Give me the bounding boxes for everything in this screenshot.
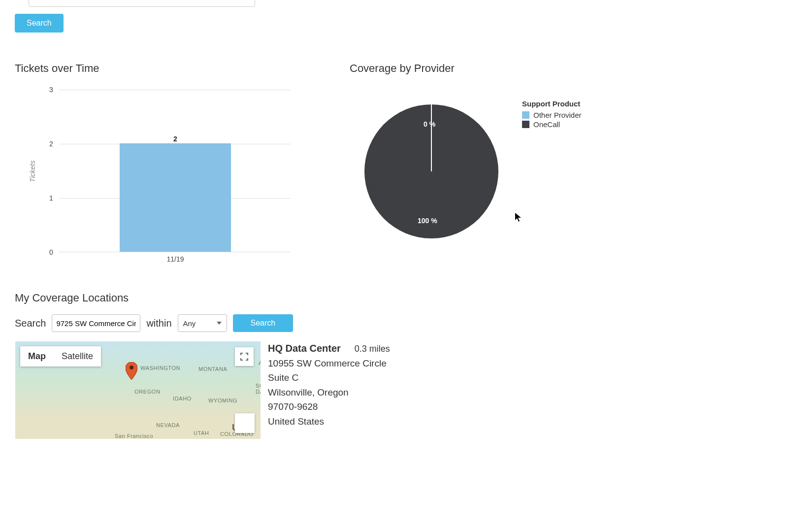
map-region-nevada: NEVADA bbox=[156, 422, 180, 428]
location-name: HQ Data Center bbox=[268, 341, 341, 356]
map-region-sf: San Francisco bbox=[115, 433, 153, 439]
top-search-button[interactable]: Search bbox=[15, 14, 64, 33]
coverage-section-title: My Coverage Locations bbox=[15, 292, 771, 304]
coverage-distance-select[interactable]: Any bbox=[178, 314, 227, 332]
map-fullscreen-button[interactable] bbox=[235, 347, 254, 366]
location-details: HQ Data Center 0.3 miles 10955 SW Commer… bbox=[268, 341, 390, 439]
location-address-line5: United States bbox=[268, 414, 390, 429]
coverage-distance-value: Any bbox=[183, 319, 196, 328]
location-address-line3: Wilsonville, Oregon bbox=[268, 385, 390, 399]
location-distance: 0.3 miles bbox=[355, 342, 390, 356]
map-zoom-button[interactable] bbox=[235, 413, 255, 433]
bar-plot-area: 2 bbox=[59, 90, 291, 252]
map-type-map-button[interactable]: Map bbox=[20, 346, 54, 366]
coverage-within-label: within bbox=[146, 318, 171, 329]
x-tick-11-19: 11/19 bbox=[166, 255, 184, 263]
pie-slice-onecall: 0 % 100 % bbox=[364, 104, 498, 238]
tickets-chart-title: Tickets over Time bbox=[15, 62, 330, 75]
legend-item-other: Other Provider bbox=[522, 111, 582, 119]
cursor-icon bbox=[515, 213, 522, 224]
map-region-da: DA bbox=[256, 389, 261, 395]
coverage-search-button[interactable]: Search bbox=[233, 314, 294, 332]
location-address-line2: Suite C bbox=[268, 370, 390, 385]
map-region-wyoming: WYOMING bbox=[208, 398, 237, 403]
pie-label-onecall: 100 % bbox=[418, 217, 437, 225]
svg-point-0 bbox=[130, 366, 133, 369]
legend-label-other: Other Provider bbox=[533, 111, 582, 119]
legend-swatch-other bbox=[522, 111, 529, 119]
legend-title: Support Product bbox=[522, 100, 582, 108]
tickets-over-time-chart: Tickets over Time Tickets 3 2 1 0 2 11/1… bbox=[15, 62, 330, 272]
pie-legend: Support Product Other Provider OneCall bbox=[522, 100, 582, 130]
fullscreen-icon bbox=[240, 353, 248, 361]
y-tick-2: 2 bbox=[49, 140, 53, 148]
map-marker-icon bbox=[126, 362, 137, 383]
y-tick-3: 3 bbox=[49, 86, 53, 94]
map-region-washington: WASHINGTON bbox=[140, 365, 180, 371]
legend-label-onecall: OneCall bbox=[533, 120, 560, 129]
map-type-satellite-button[interactable]: Satellite bbox=[54, 346, 101, 366]
y-tick-0: 0 bbox=[49, 248, 53, 256]
location-address-line4: 97070-9628 bbox=[268, 399, 390, 414]
y-tick-1: 1 bbox=[49, 194, 53, 202]
map[interactable]: WASHINGTON MONTANA OREGON IDAHO WYOMING … bbox=[15, 341, 261, 439]
map-type-controls: Map Satellite bbox=[20, 346, 101, 366]
pie-divider bbox=[431, 104, 432, 171]
legend-swatch-onecall bbox=[522, 121, 529, 128]
top-search-input[interactable] bbox=[29, 0, 255, 7]
coverage-search-input[interactable] bbox=[52, 314, 140, 332]
map-region-so: SO bbox=[256, 383, 261, 389]
map-region-a: A bbox=[259, 360, 261, 366]
chevron-down-icon bbox=[217, 322, 222, 325]
map-region-utah: UTAH bbox=[194, 430, 209, 436]
legend-item-onecall: OneCall bbox=[522, 120, 582, 129]
coverage-search-label: Search bbox=[15, 318, 46, 329]
pie-chart-title: Coverage by Provider bbox=[350, 62, 665, 75]
y-axis-label: Tickets bbox=[29, 161, 36, 182]
pie-label-other: 0 % bbox=[424, 120, 435, 128]
gridline bbox=[59, 90, 291, 90]
map-region-oregon: OREGON bbox=[134, 389, 161, 395]
bar-11-19 bbox=[120, 143, 231, 252]
location-address-line1: 10955 SW Commerce Circle bbox=[268, 356, 390, 370]
map-region-idaho: IDAHO bbox=[173, 396, 192, 401]
coverage-by-provider-chart: Coverage by Provider 0 % 100 % Support P… bbox=[350, 62, 665, 272]
map-region-montana: MONTANA bbox=[198, 366, 227, 372]
bar-value-label: 2 bbox=[173, 135, 177, 143]
